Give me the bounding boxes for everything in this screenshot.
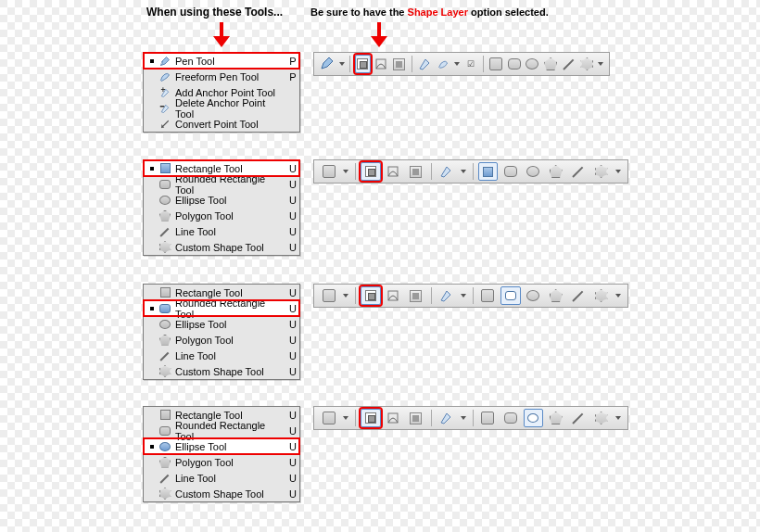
auto-add-delete-checkbox[interactable]: ☑ — [462, 55, 478, 73]
separator — [355, 163, 356, 180]
shape-rect-button[interactable] — [478, 286, 498, 305]
shape-ell-button[interactable] — [524, 409, 543, 427]
tool-preset-button[interactable] — [319, 286, 338, 305]
shape-poly-button[interactable] — [546, 286, 565, 305]
chevron-down-icon — [343, 294, 348, 298]
menu-item[interactable]: Ellipse ToolU — [144, 438, 299, 454]
menu-item-label: Rounded Rectangle Tool — [173, 420, 286, 442]
tool-preset-dropdown[interactable] — [341, 409, 350, 427]
shape-poly-button[interactable] — [546, 409, 565, 427]
menu-item-shortcut: U — [286, 303, 299, 314]
shape-rrect-button[interactable] — [500, 286, 520, 305]
custom-shape-button[interactable] — [591, 409, 611, 427]
pen-mode-button[interactable] — [417, 55, 433, 73]
menu-item[interactable]: Delete Anchor Point Tool — [144, 100, 299, 116]
shape-poly-button[interactable] — [543, 55, 559, 73]
menu-item-shortcut: U — [286, 210, 299, 222]
freeform-pen-button[interactable] — [435, 55, 450, 73]
pen-options-dropdown[interactable] — [459, 162, 468, 181]
shape-line-button[interactable] — [561, 55, 576, 73]
shape-ell-button[interactable] — [524, 286, 543, 305]
fill-pixels-button[interactable] — [391, 55, 407, 73]
shape-options-dropdown[interactable] — [614, 162, 623, 181]
chevron-down-icon — [615, 294, 621, 298]
custom-shape-button[interactable] — [591, 286, 611, 305]
custom-shape-button[interactable] — [579, 55, 595, 73]
menu-item[interactable]: Freeform Pen ToolP — [144, 69, 299, 84]
menu-item[interactable]: Ellipse ToolU — [144, 192, 299, 208]
tool-preset-button[interactable] — [319, 55, 336, 73]
line-icon — [159, 350, 171, 361]
blob-icon — [595, 412, 608, 424]
menu-item-label: Rounded Rectangle Tool — [173, 298, 286, 320]
shape-rrect-button[interactable] — [500, 409, 520, 427]
shape-poly-button[interactable] — [546, 162, 565, 181]
rect-icon — [489, 57, 502, 70]
shape-layer-button[interactable] — [361, 286, 380, 305]
shape-line-button[interactable] — [568, 162, 588, 181]
rrect-icon — [505, 291, 516, 300]
paths-button[interactable] — [374, 55, 389, 73]
menu-item[interactable]: Polygon ToolU — [144, 454, 299, 470]
tool-preset-button[interactable] — [319, 409, 338, 427]
shape-rect-button[interactable] — [478, 162, 498, 181]
tool-preset-dropdown[interactable] — [338, 55, 345, 73]
menu-item[interactable]: Line ToolU — [144, 348, 299, 363]
menu-item-shortcut: U — [286, 441, 299, 452]
shape-ell-button[interactable] — [525, 55, 540, 73]
menu-item-shortcut: U — [286, 410, 299, 421]
paths-icon — [374, 57, 387, 70]
rect-g-icon — [160, 287, 171, 298]
paths-button[interactable] — [384, 162, 403, 181]
menu-item[interactable]: Polygon ToolU — [144, 208, 299, 223]
menu-item[interactable]: Ellipse ToolU — [144, 316, 299, 332]
tool-preset-dropdown[interactable] — [341, 286, 350, 305]
fill-pixels-button[interactable] — [406, 409, 425, 427]
custom-shape-button[interactable] — [591, 162, 611, 181]
shape-rect-button[interactable] — [478, 409, 498, 427]
shape-layer-button[interactable] — [355, 55, 371, 73]
autoadd-icon: ☑ — [467, 59, 475, 69]
line-icon — [572, 289, 585, 302]
paths-button[interactable] — [384, 286, 403, 305]
pen-options-dropdown[interactable] — [459, 286, 468, 305]
pen-mode-button[interactable] — [436, 162, 455, 181]
shape-rect-button[interactable] — [488, 55, 504, 73]
shape-ell-button[interactable] — [524, 162, 543, 181]
menu-item-shortcut: U — [286, 473, 299, 484]
menu-item[interactable]: Pen ToolP — [144, 53, 299, 69]
ell-icon — [526, 58, 538, 70]
shape-line-button[interactable] — [568, 286, 588, 305]
shape-options-dropdown[interactable] — [598, 55, 604, 73]
shape-rrect-button[interactable] — [500, 162, 520, 181]
shape-options-dropdown[interactable] — [614, 286, 623, 305]
shape-layer-button[interactable] — [361, 162, 380, 181]
tool-preset-button[interactable] — [319, 162, 338, 181]
menu-item-label: Polygon Tool — [173, 335, 286, 346]
menu-item[interactable]: Convert Point Tool — [144, 116, 299, 132]
shape-options-dropdown[interactable] — [614, 409, 623, 427]
pen-mode-button[interactable] — [436, 286, 455, 305]
menu-item[interactable]: Rounded Rectangle ToolU — [144, 176, 299, 192]
shape-rrect-button[interactable] — [506, 55, 522, 73]
rect-icon — [481, 412, 494, 424]
menu-item[interactable]: Line ToolU — [144, 223, 299, 239]
shape-layer-icon — [364, 412, 377, 424]
menu-item[interactable]: Rounded Rectangle ToolU — [144, 423, 299, 438]
shape-layer-button[interactable] — [361, 409, 380, 427]
menu-item[interactable]: Rounded Rectangle ToolU — [144, 300, 299, 316]
menu-item[interactable]: Custom Shape ToolU — [144, 239, 299, 255]
pen-options-dropdown[interactable] — [459, 409, 468, 427]
paths-button[interactable] — [384, 409, 403, 427]
menu-item[interactable]: Polygon ToolU — [144, 332, 299, 348]
shape-line-button[interactable] — [568, 409, 588, 427]
menu-item[interactable]: Custom Shape ToolU — [144, 486, 299, 501]
pen-mode-button[interactable] — [436, 409, 455, 427]
menu-item-shortcut: U — [286, 163, 299, 174]
fill-pixels-button[interactable] — [406, 162, 425, 181]
menu-item[interactable]: Custom Shape ToolU — [144, 363, 299, 379]
fill-pixels-button[interactable] — [406, 286, 425, 305]
pen-options-dropdown[interactable] — [453, 55, 460, 73]
menu-item[interactable]: Line ToolU — [144, 470, 299, 486]
tool-preset-dropdown[interactable] — [341, 162, 350, 181]
